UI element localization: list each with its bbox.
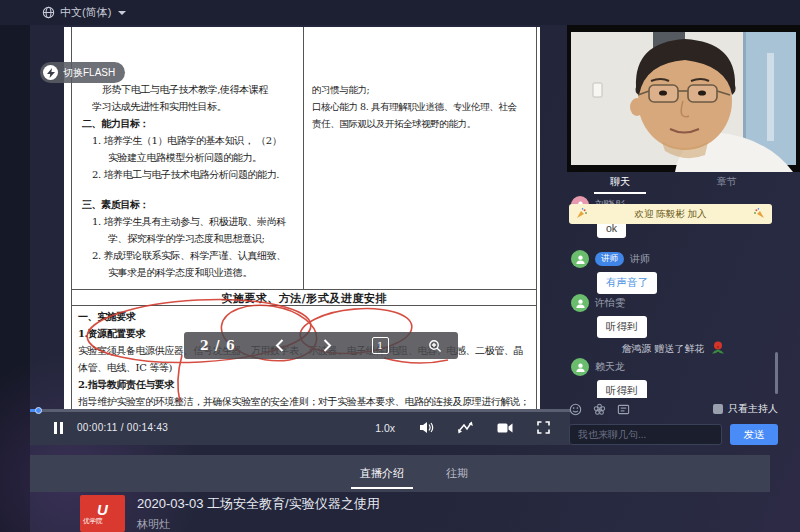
flash-bolt-icon	[43, 65, 58, 80]
slide-text: 责任、国际观以及开拓全球视野的能力。	[312, 115, 532, 132]
slide-text: 形势下电工与电子技术教学,使得本课程	[82, 81, 299, 98]
notice-board-icon[interactable]	[617, 403, 630, 416]
slide-text: 实验建立电路模型分析问题的能力。	[82, 149, 299, 166]
language-label: 中文(简体)	[60, 5, 111, 20]
flower-icon[interactable]	[593, 403, 606, 416]
welcome-banner-text: 欢迎 陈毅彬 加入	[635, 208, 707, 221]
camera-icon[interactable]	[497, 422, 513, 434]
chat-username: 许怡雯	[595, 296, 625, 310]
tab-live-intro[interactable]: 直播介绍	[360, 455, 404, 492]
only-host-label: 只看主持人	[728, 402, 778, 416]
volume-icon[interactable]	[419, 421, 434, 434]
top-bar: 中文(简体)	[0, 0, 800, 25]
fullscreen-icon[interactable]	[537, 421, 550, 434]
slide-text: 2. 养成理论联系实际、科学严谨、认真细致、	[82, 247, 299, 264]
course-instructor: 林明灶	[137, 517, 380, 532]
slide-right-column: 的习惯与能力; 口核心能力 8. 具有理解职业道德、专业伦理、社会 责任、国际观…	[304, 27, 536, 289]
chat-message: 赖天龙 听得到	[571, 358, 770, 398]
playback-speed-button[interactable]: 1.0x	[375, 422, 395, 434]
chat-message: 讲师 讲师 有声音了	[571, 250, 770, 294]
slide-section-header: 实施要求、方法/形式及进度安排	[72, 289, 536, 306]
chat-message-input[interactable]	[569, 424, 722, 445]
progress-bar[interactable]	[30, 409, 570, 412]
logo-mark: U	[97, 502, 108, 517]
player-control-bar: 00:00:11 / 00:14:43 1.0x	[30, 410, 570, 445]
course-card[interactable]: U 优学院 2020-03-03 工场安全教育/实验仪器之使用 林明灶	[80, 495, 380, 532]
document-toolbar: 2 / 6 1	[184, 332, 458, 359]
course-title: 2020-03-03 工场安全教育/实验仪器之使用	[137, 495, 380, 513]
party-popper-icon	[577, 208, 587, 220]
slide-text: 一、实施要求	[78, 308, 530, 325]
chat-tabs: 聊天 章节	[567, 172, 780, 194]
logo-text: 优学院	[80, 517, 103, 526]
tab-past-sessions[interactable]: 往期	[446, 455, 468, 492]
next-page-button[interactable]	[323, 339, 332, 352]
slide-text: 指导维护实验室的环境整洁，并确保实验室的安全准则；对于实验基本要求、电路的连接及…	[78, 393, 530, 410]
webcam-video	[567, 25, 800, 172]
live-classroom-page: 中文(简体) 形势下电工与电子技术教学,使得本课程 学习达成先进性和实用性目标。…	[0, 0, 800, 532]
chat-message: 许怡雯 听得到	[571, 294, 770, 338]
time-display: 00:00:11 / 00:14:43	[77, 422, 168, 433]
slide-text: 的习惯与能力;	[312, 81, 532, 98]
chat-bubble: 听得到	[597, 380, 647, 398]
tab-chat[interactable]: 聊天	[567, 172, 674, 194]
emoji-icon[interactable]	[569, 403, 582, 416]
only-host-checkbox[interactable]	[713, 404, 723, 414]
slide-text: 2. 培养电工与电子技术电路分析问题的能力.	[82, 166, 299, 183]
prev-page-button[interactable]	[275, 339, 284, 352]
gift-notification: 詹鸿源 赠送了鲜花	[567, 340, 780, 357]
send-button[interactable]: 发送	[730, 424, 778, 445]
switch-flash-label: 切换FLASH	[63, 66, 115, 80]
slide-text: 三、素质目标：	[82, 196, 299, 213]
chat-input-area: 只看主持人 发送	[567, 398, 780, 445]
language-selector[interactable]: 中文(简体)	[42, 5, 126, 20]
slide-text: 2.指导教师责任与要求	[78, 376, 530, 393]
chat-panel: 聊天 章节 刘晓彤 ok 欢迎 陈毅彬 加入	[567, 172, 780, 445]
slide-text: 1. 培养学生（1）电路学的基本知识， （2）	[82, 132, 299, 149]
chat-username: 讲师	[630, 252, 650, 266]
line-switch-icon[interactable]	[458, 421, 473, 434]
slide-text: 口核心能力 8. 具有理解职业道德、专业伦理、社会	[312, 98, 532, 115]
party-popper-icon	[754, 208, 764, 220]
tab-chapters[interactable]: 章节	[674, 172, 781, 194]
pause-button[interactable]	[54, 422, 63, 434]
slide-text: 1. 培养学生具有主动参与、积极进取、崇尚科	[82, 213, 299, 230]
progress-knob[interactable]	[35, 407, 42, 414]
chat-bubble: 有声音了	[597, 272, 657, 294]
welcome-banner: 欢迎 陈毅彬 加入	[569, 204, 772, 224]
slide-text: 实事求是的科学态度和职业道德。	[82, 264, 299, 281]
uxueyuan-logo: U 优学院	[80, 495, 125, 532]
page-indicator: 2 / 6	[200, 338, 236, 353]
chat-message-list: 刘晓彤 ok 欢迎 陈毅彬 加入 讲师 讲师	[567, 194, 780, 398]
switch-flash-button[interactable]: 切换FLASH	[40, 62, 125, 83]
chat-username: 赖天龙	[595, 360, 625, 374]
bottom-tab-bar: 直播介绍 往期	[30, 455, 770, 492]
slide-text: 学、探究科学的学习态度和思想意识;	[82, 230, 299, 247]
slide-text: 体管、电线、IC 等等)	[78, 359, 530, 376]
instructor-camera-frame	[567, 25, 800, 172]
zoom-icon[interactable]	[428, 339, 442, 353]
video-player: 形势下电工与电子技术教学,使得本课程 学习达成先进性和实用性目标。 二、能力目标…	[30, 25, 570, 445]
avatar	[571, 358, 589, 376]
chat-scrollbar[interactable]	[775, 352, 778, 394]
only-host-toggle[interactable]: 只看主持人	[713, 402, 778, 416]
chevron-down-icon	[118, 11, 126, 15]
page-number-input[interactable]: 1	[372, 337, 389, 354]
avatar	[571, 294, 589, 312]
chat-bubble: 听得到	[597, 316, 647, 338]
lecturer-badge: 讲师	[595, 252, 624, 266]
document-slide: 形势下电工与电子技术教学,使得本课程 学习达成先进性和实用性目标。 二、能力目标…	[64, 27, 540, 410]
slide-text: 二、能力目标：	[82, 115, 299, 132]
avatar	[571, 250, 589, 268]
globe-icon	[42, 6, 55, 19]
gift-text: 詹鸿源 赠送了鲜花	[622, 342, 705, 356]
flower-gift-icon	[710, 340, 725, 357]
slide-text: 学习达成先进性和实用性目标。	[82, 98, 299, 115]
